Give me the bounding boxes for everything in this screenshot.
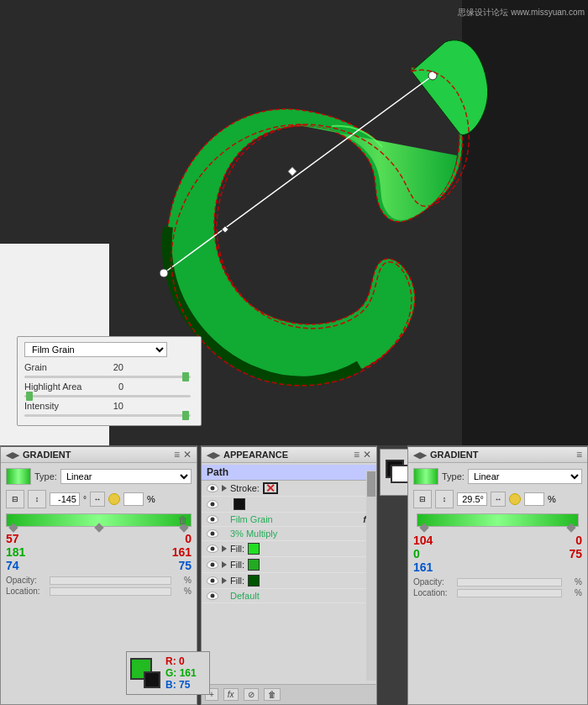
gradient-type-dropdown[interactable]: Linear — [60, 469, 192, 484]
trash-toolbar-btn[interactable]: 🗑 — [264, 688, 281, 701]
percent-input[interactable] — [123, 492, 144, 506]
type-label: Type: — [34, 471, 57, 481]
color-b-left: 74 — [6, 559, 25, 572]
stroke-x-icon: ✕ — [265, 484, 276, 492]
film-grain-dropdown[interactable]: Film Grain — [24, 342, 167, 357]
gradient-right-menu[interactable]: ≡ — [576, 449, 582, 460]
location-track-right[interactable] — [457, 589, 562, 597]
appearance-menu[interactable]: ≡ — [354, 449, 360, 460]
grain-label: Grain — [24, 362, 100, 372]
angle-input[interactable] — [50, 492, 80, 506]
gradient-bar-left[interactable] — [6, 513, 192, 527]
fill-green1-label: Fill: — [230, 544, 244, 554]
trash-btn[interactable]: 🗑 — [178, 514, 188, 526]
stop-right-left[interactable] — [419, 523, 428, 532]
location-pct-right: % — [565, 588, 582, 597]
opacity2-eye[interactable] — [207, 592, 218, 600]
highlight-circle[interactable] — [108, 493, 120, 505]
gradient-bar-right[interactable] — [417, 513, 579, 527]
percent-input-right[interactable] — [524, 492, 544, 506]
gradient-right-header: ◀▶ GRADIENT ≡ — [408, 447, 587, 463]
gradient-right-arrows[interactable]: ◀▶ — [413, 450, 427, 460]
opacity-track-left[interactable] — [50, 576, 171, 585]
stroke-arrow[interactable] — [222, 485, 227, 492]
gradient-left-header: ◀▶ GRADIENT ≡ ✕ — [1, 447, 197, 463]
degree-symbol: ° — [83, 495, 87, 504]
fill-green3-row[interactable]: Fill: — [202, 573, 376, 589]
fill-green1-row[interactable]: Fill: — [202, 541, 376, 557]
gradient-right-type-dropdown[interactable]: Linear — [468, 469, 582, 484]
grain-slider[interactable] — [24, 376, 191, 378]
gradient-right-icon1[interactable]: ⊟ — [413, 490, 432, 508]
gradient-right-preview — [413, 468, 438, 485]
gradient-icon2[interactable]: ↕ — [28, 490, 46, 508]
white-swatch — [391, 465, 409, 483]
stop-right-right[interactable] — [566, 523, 575, 532]
stop-mid[interactable] — [94, 523, 103, 532]
percent-label: % — [147, 494, 155, 504]
fill-green2-row[interactable]: Fill: — [202, 557, 376, 573]
bottom-b: B: 75 — [165, 679, 197, 691]
color-g-right: 0 — [413, 547, 433, 560]
fill-green2-swatch — [248, 559, 260, 571]
stroke-eye[interactable] — [207, 484, 218, 492]
highlight-slider[interactable] — [24, 395, 191, 397]
bottom-g: G: 161 — [165, 667, 197, 679]
percent-label-right: % — [548, 494, 556, 504]
bottom-black-swatch — [144, 671, 160, 688]
gradient-panel-right: ◀▶ GRADIENT ≡ Type: Linear ⊟ ↕ ↔ — [407, 445, 588, 705]
type-label-right: Type: — [442, 471, 465, 481]
film-grain-eye[interactable] — [207, 515, 218, 523]
opacity2-value: Default — [230, 591, 260, 601]
location-pct-left: % — [175, 587, 192, 596]
appearance-title: APPEARANCE — [223, 450, 288, 460]
film-grain-row[interactable]: Film Grain fx — [202, 513, 376, 527]
gradient-left-close[interactable]: ✕ — [183, 449, 192, 460]
location-track-left[interactable] — [50, 587, 171, 596]
color-b-right: 161 — [413, 560, 433, 574]
fill-black-eye[interactable] — [207, 500, 218, 508]
opacity-label-left: Opacity: — [6, 576, 46, 585]
color-g-left: 181 — [6, 545, 25, 559]
appearance-close[interactable]: ✕ — [363, 449, 371, 460]
stop-left[interactable] — [8, 523, 18, 532]
fill-black-row[interactable] — [202, 497, 376, 513]
reverse-btn-right[interactable]: ↔ — [491, 492, 506, 507]
opacity-track-right[interactable] — [457, 578, 562, 587]
gradient-left-arrows[interactable]: ◀▶ — [6, 450, 19, 460]
app-scroll-thumb[interactable] — [367, 471, 375, 497]
gradient-right-icon2[interactable]: ↕ — [435, 490, 454, 508]
fill-green2-arrow[interactable] — [222, 561, 227, 568]
opacity-row[interactable]: 3% Multiply — [202, 527, 376, 541]
fill-green3-arrow[interactable] — [222, 577, 227, 584]
film-grain-link[interactable]: Film Grain — [230, 514, 273, 524]
appearance-panel: ◀▶ APPEARANCE ≡ ✕ Path Stroke: ✕ — [201, 445, 377, 705]
appearance-arrows[interactable]: ◀▶ — [207, 450, 220, 460]
fill-green1-arrow[interactable] — [222, 545, 227, 552]
bottom-panels: ◀▶ GRADIENT ≡ ✕ Type: Linear ⊟ ↕ — [0, 445, 588, 705]
opacity2-row[interactable]: Default — [202, 589, 376, 603]
fill-green1-eye[interactable] — [207, 545, 218, 553]
app-body: Path Stroke: ✕ Fil — [202, 463, 376, 605]
color-r-right: 104 — [413, 534, 433, 547]
angle-input-right[interactable] — [457, 492, 487, 506]
stroke-row[interactable]: Stroke: ✕ — [202, 481, 376, 497]
gradient-left-menu[interactable]: ≡ — [174, 449, 180, 460]
fill-green3-eye[interactable] — [207, 576, 218, 585]
fill-green3-label: Fill: — [230, 576, 244, 586]
intensity-value: 10 — [100, 401, 123, 411]
opacity-eye[interactable] — [207, 529, 218, 538]
gradient-icon1[interactable]: ⊟ — [6, 490, 24, 508]
intensity-slider[interactable] — [24, 414, 191, 417]
app-scrollbar[interactable] — [366, 471, 376, 681]
highlight-label: Highlight Area — [24, 381, 100, 392]
highlight-circle-right[interactable] — [509, 493, 521, 505]
fill-green2-eye[interactable] — [207, 560, 218, 569]
fx-toolbar-btn[interactable]: fx — [223, 688, 239, 701]
right-loc-val: 75 — [569, 547, 582, 560]
clear-btn[interactable]: ⊘ — [244, 688, 259, 701]
opacity-pct-right: % — [565, 577, 582, 587]
intensity-label: Intensity — [24, 401, 100, 411]
opacity-pct-left: % — [175, 576, 192, 585]
reverse-btn[interactable]: ↔ — [90, 492, 105, 507]
